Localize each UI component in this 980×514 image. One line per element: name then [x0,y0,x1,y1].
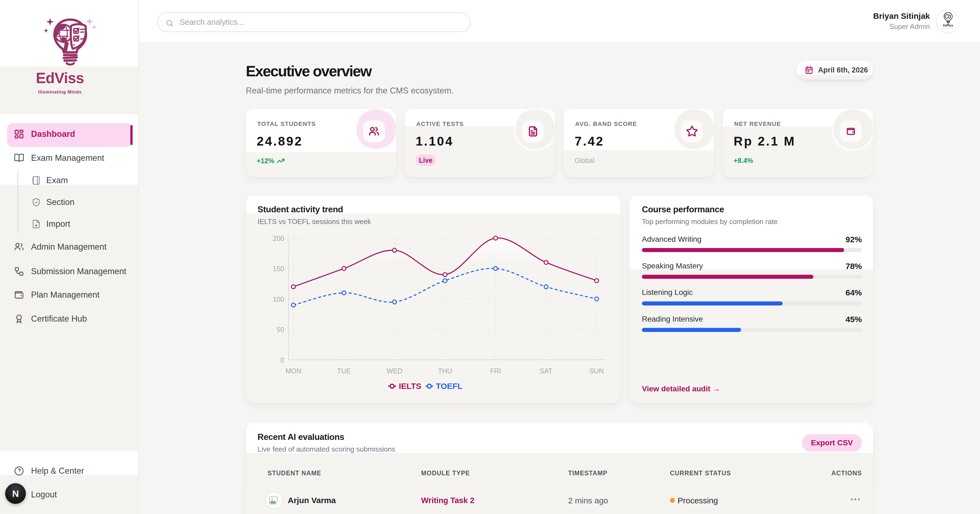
svg-text:SAT: SAT [540,367,553,375]
svg-text:IELTS: IELTS [399,382,422,391]
svg-text:0: 0 [280,356,284,364]
svg-text:Illuminating Minds: Illuminating Minds [943,27,954,29]
svg-text:EdViss: EdViss [943,24,953,27]
svg-text:100: 100 [273,295,284,303]
svg-text:FRI: FRI [490,367,501,375]
svg-text:THU: THU [438,367,452,375]
svg-text:150: 150 [273,265,284,273]
svg-text:TOEFL: TOEFL [436,382,463,391]
svg-text:SUN: SUN [589,367,604,375]
svg-text:50: 50 [277,326,284,333]
svg-text:TUE: TUE [337,367,351,375]
svg-text:MON: MON [286,367,301,375]
svg-text:200: 200 [273,235,284,242]
svg-text:WED: WED [387,367,402,375]
